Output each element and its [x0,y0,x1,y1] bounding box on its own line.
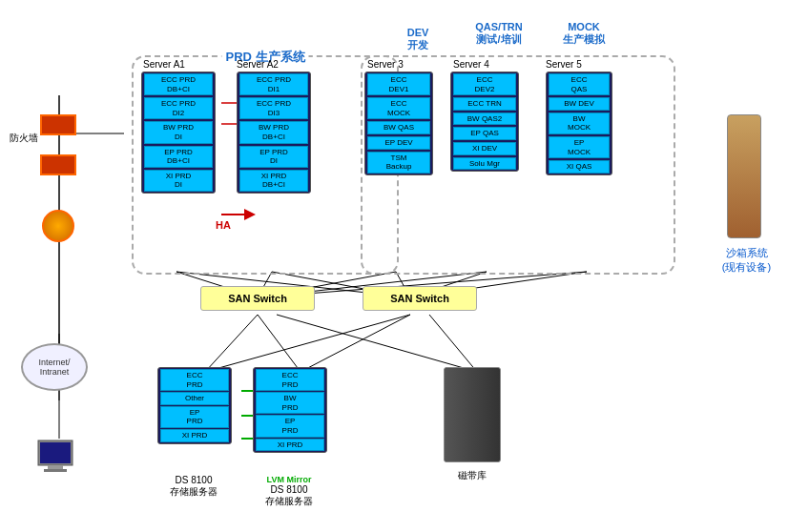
ha-label: HA [216,219,231,231]
vm-bw-prd-db-ci: BW PRDDB+CI [239,121,308,143]
svg-line-16 [301,315,410,372]
vm-bw-qas2: BW QAS2 [453,113,516,126]
vm-bw-mock: BWMOCK [549,113,610,134]
san-switch-2: SAN Switch [363,286,477,311]
vm-ecc-prd-di3: ECC PRDDI3 [239,97,308,119]
server-a1-label: Server A1 [143,59,185,70]
vm-ep-dev: EP DEV [367,136,430,150]
vm-tsm-backup: TSMBackup [367,152,430,174]
storage-ds2-xi-prd: XI PRD [256,439,324,452]
mock-label: MOCK 生产模拟 [546,21,622,47]
vm-ep-prd-db-ci: EP PRDDB+CI [144,146,213,168]
svg-rect-27 [48,465,63,469]
svg-line-17 [429,315,477,372]
storage-ds1-label: DS 8100 存储服务器 [141,475,246,499]
svg-rect-28 [44,469,67,472]
server-a1-rack: ECC PRDDB+CI ECC PRDDI2 BW PRDDI EP PRDD… [141,72,216,194]
firewall-2 [40,154,76,175]
server-a2-label: Server A2 [237,59,279,70]
vm-ep-qas: EP QAS [453,127,516,140]
vm-ecc-prd-db-ci-a1: ECC PRDDB+CI [144,73,213,95]
dev-label: DEV 开发 [380,27,456,52]
qas-label: QAS/TRN 测试/培训 [456,21,542,47]
svg-line-13 [205,315,258,372]
san-switch-1: SAN Switch [200,286,315,311]
sandbox-label: 沙箱系统 (现有设备) [706,246,787,275]
diagram: PRD 生产系统 DEV 开发 QAS/TRN 测试/培训 MOCK 生产模拟 … [0,0,788,532]
lvm-mirror-label: LVM Mirror [250,475,328,484]
vm-ep-prd-di: EP PRDDI [239,146,308,168]
server5-rack: ECCQAS BW DEV BWMOCK EPMOCK XI QAS [546,72,612,175]
vm-bw-qas: BW QAS [367,121,430,134]
firewall-label: 防火墙 [10,132,38,145]
vm-xi-prd-db-ci: XI PRDDB+CI [239,170,308,192]
vm-bw-dev: BW DEV [549,97,610,111]
storage-ds1-ecc-prd: ECCPRD [160,369,229,391]
storage-ds2-label: DS 8100 存储服务器 [237,484,342,508]
server3-rack: ECCDEV1 ECCMOCK BW QAS EP DEV TSMBackup [364,72,433,175]
vm-ecc-dev2: ECCDEV2 [453,73,516,95]
storage-ds2: ECCPRD BWPRD EPPRD XI PRD [253,367,327,453]
server5-label: Server 5 [546,59,582,70]
vm-ecc-qas: ECCQAS [549,73,610,95]
vm-ecc-prd-di1: ECC PRDDI1 [239,73,308,95]
storage-ds2-bw-prd: BWPRD [256,392,324,414]
sandbox-rack [727,114,761,238]
server-a2-rack: ECC PRDDI1 ECC PRDDI3 BW PRDDB+CI EP PRD… [237,72,311,194]
tape-library [444,367,501,462]
vm-ecc-mock: ECCMOCK [367,97,430,119]
vm-ep-mock: EPMOCK [549,136,610,158]
storage-ds1-ep-prd: EPPRD [160,406,229,428]
svg-line-15 [205,315,410,372]
vm-ecc-prd-di2: ECC PRDDI2 [144,97,213,119]
tape-library-label: 磁带库 [434,469,510,482]
pc-icon [36,439,74,475]
server4-rack: ECCDEV2 ECC TRN BW QAS2 EP QAS XI DEV So… [450,72,519,172]
internet-cloud: Internet/ Intranet [21,343,88,391]
storage-ds1-other: Other [160,392,229,405]
vm-xi-prd-di: XI PRDDI [144,170,213,192]
firewall-1 [40,114,76,135]
svg-rect-29 [40,442,71,463]
vm-solu-mgr: Solu Mgr [453,157,516,171]
storage-ds2-ecc-prd: ECCPRD [256,369,324,391]
vm-ecc-trn: ECC TRN [453,97,516,111]
storage-ds1: ECCPRD Other EPPRD XI PRD [157,367,232,444]
storage-ds1-xi-prd: XI PRD [160,429,229,442]
server4-label: Server 4 [453,59,489,70]
vm-bw-prd-di: BW PRDDI [144,121,213,143]
svg-line-18 [277,315,477,372]
server3-label: Server 3 [367,59,404,70]
vm-xi-qas: XI QAS [549,160,610,174]
vm-xi-dev: XI DEV [453,142,516,155]
router [42,210,74,242]
vm-ecc-dev1: ECCDEV1 [367,73,430,95]
storage-ds2-ep-prd: EPPRD [256,415,324,437]
svg-line-14 [258,315,301,372]
